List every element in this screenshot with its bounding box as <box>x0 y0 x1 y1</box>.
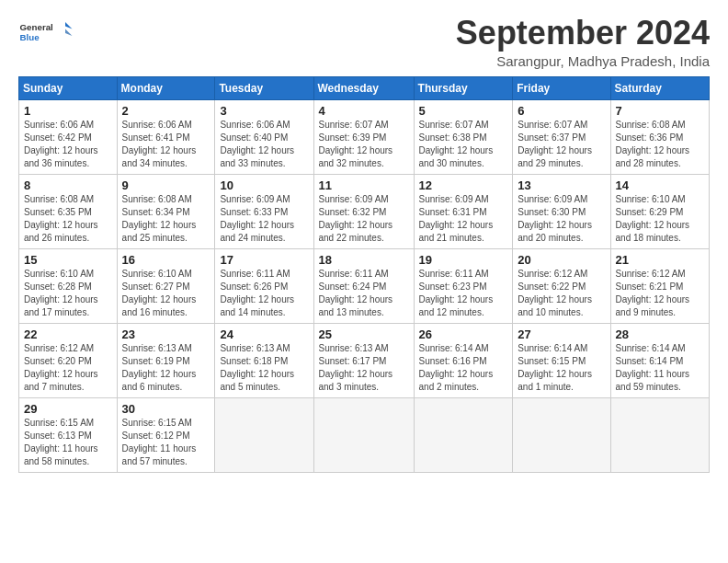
col-wednesday: Wednesday <box>313 76 414 99</box>
day-info: Sunrise: 6:10 AM Sunset: 6:27 PM Dayligh… <box>122 268 211 319</box>
table-row: 8 Sunrise: 6:08 AM Sunset: 6:35 PM Dayli… <box>19 174 118 248</box>
day-number: 1 <box>24 104 113 118</box>
svg-marker-3 <box>65 29 73 37</box>
table-row: 12 Sunrise: 6:09 AM Sunset: 6:31 PM Dayl… <box>414 174 513 248</box>
day-number: 11 <box>319 178 410 192</box>
day-info: Sunrise: 6:07 AM Sunset: 6:38 PM Dayligh… <box>419 119 509 170</box>
table-row: 4 Sunrise: 6:07 AM Sunset: 6:39 PM Dayli… <box>313 99 414 174</box>
svg-marker-2 <box>65 22 73 29</box>
table-row: 28 Sunrise: 6:14 AM Sunset: 6:14 PM Dayl… <box>610 323 709 397</box>
day-number: 13 <box>518 178 606 192</box>
calendar-table: Sunday Monday Tuesday Wednesday Thursday… <box>18 76 710 473</box>
day-number: 27 <box>518 327 606 341</box>
table-row: 10 Sunrise: 6:09 AM Sunset: 6:33 PM Dayl… <box>215 174 313 248</box>
table-row: 13 Sunrise: 6:09 AM Sunset: 6:30 PM Dayl… <box>513 174 610 248</box>
day-number: 8 <box>24 178 113 192</box>
table-row: 27 Sunrise: 6:14 AM Sunset: 6:15 PM Dayl… <box>513 323 610 397</box>
table-row <box>610 397 709 472</box>
day-info: Sunrise: 6:14 AM Sunset: 6:15 PM Dayligh… <box>518 342 606 394</box>
day-info: Sunrise: 6:09 AM Sunset: 6:30 PM Dayligh… <box>518 193 606 245</box>
day-number: 24 <box>220 327 309 341</box>
day-number: 7 <box>616 104 705 118</box>
table-row: 30 Sunrise: 6:15 AM Sunset: 6:12 PM Dayl… <box>117 397 215 472</box>
day-number: 26 <box>419 327 509 341</box>
day-number: 14 <box>616 178 705 192</box>
day-number: 21 <box>616 253 705 267</box>
day-info: Sunrise: 6:12 AM Sunset: 6:21 PM Dayligh… <box>616 268 705 319</box>
day-number: 10 <box>220 178 309 192</box>
day-info: Sunrise: 6:06 AM Sunset: 6:42 PM Dayligh… <box>24 119 113 170</box>
day-info: Sunrise: 6:08 AM Sunset: 6:36 PM Dayligh… <box>616 119 705 170</box>
day-info: Sunrise: 6:11 AM Sunset: 6:23 PM Dayligh… <box>419 268 509 319</box>
header-row: Sunday Monday Tuesday Wednesday Thursday… <box>19 76 710 99</box>
day-number: 17 <box>220 253 309 267</box>
day-info: Sunrise: 6:11 AM Sunset: 6:26 PM Dayligh… <box>220 268 309 319</box>
day-number: 23 <box>122 327 211 341</box>
header: General Blue September 2024 Sarangpur, M… <box>18 15 710 69</box>
day-number: 15 <box>24 253 113 267</box>
col-monday: Monday <box>117 76 215 99</box>
day-info: Sunrise: 6:13 AM Sunset: 6:19 PM Dayligh… <box>122 342 211 394</box>
table-row: 11 Sunrise: 6:09 AM Sunset: 6:32 PM Dayl… <box>313 174 414 248</box>
day-info: Sunrise: 6:12 AM Sunset: 6:22 PM Dayligh… <box>518 268 606 319</box>
day-info: Sunrise: 6:13 AM Sunset: 6:17 PM Dayligh… <box>319 342 410 394</box>
table-row: 22 Sunrise: 6:12 AM Sunset: 6:20 PM Dayl… <box>19 323 118 397</box>
day-number: 20 <box>518 253 606 267</box>
week-row-2: 8 Sunrise: 6:08 AM Sunset: 6:35 PM Dayli… <box>19 174 710 248</box>
day-info: Sunrise: 6:07 AM Sunset: 6:39 PM Dayligh… <box>319 119 410 170</box>
table-row: 26 Sunrise: 6:14 AM Sunset: 6:16 PM Dayl… <box>414 323 513 397</box>
day-info: Sunrise: 6:07 AM Sunset: 6:37 PM Dayligh… <box>518 119 606 170</box>
day-info: Sunrise: 6:09 AM Sunset: 6:31 PM Dayligh… <box>419 193 509 245</box>
day-info: Sunrise: 6:06 AM Sunset: 6:41 PM Dayligh… <box>122 119 211 170</box>
day-info: Sunrise: 6:08 AM Sunset: 6:35 PM Dayligh… <box>24 193 113 245</box>
table-row <box>513 397 610 472</box>
table-row: 1 Sunrise: 6:06 AM Sunset: 6:42 PM Dayli… <box>19 99 118 174</box>
table-row: 24 Sunrise: 6:13 AM Sunset: 6:18 PM Dayl… <box>215 323 313 397</box>
svg-text:General: General <box>20 22 54 32</box>
col-tuesday: Tuesday <box>215 76 313 99</box>
col-thursday: Thursday <box>414 76 513 99</box>
table-row: 21 Sunrise: 6:12 AM Sunset: 6:21 PM Dayl… <box>610 248 709 323</box>
page: General Blue September 2024 Sarangpur, M… <box>0 0 728 482</box>
week-row-4: 22 Sunrise: 6:12 AM Sunset: 6:20 PM Dayl… <box>19 323 710 397</box>
day-number: 29 <box>24 402 113 416</box>
table-row: 5 Sunrise: 6:07 AM Sunset: 6:38 PM Dayli… <box>414 99 513 174</box>
week-row-3: 15 Sunrise: 6:10 AM Sunset: 6:28 PM Dayl… <box>19 248 710 323</box>
table-row: 7 Sunrise: 6:08 AM Sunset: 6:36 PM Dayli… <box>610 99 709 174</box>
table-row: 25 Sunrise: 6:13 AM Sunset: 6:17 PM Dayl… <box>313 323 414 397</box>
day-number: 28 <box>616 327 705 341</box>
table-row: 17 Sunrise: 6:11 AM Sunset: 6:26 PM Dayl… <box>215 248 313 323</box>
day-number: 22 <box>24 327 113 341</box>
day-number: 9 <box>122 178 211 192</box>
day-info: Sunrise: 6:09 AM Sunset: 6:32 PM Dayligh… <box>319 193 410 245</box>
day-number: 16 <box>122 253 211 267</box>
table-row: 20 Sunrise: 6:12 AM Sunset: 6:22 PM Dayl… <box>513 248 610 323</box>
table-row: 19 Sunrise: 6:11 AM Sunset: 6:23 PM Dayl… <box>414 248 513 323</box>
table-row <box>215 397 313 472</box>
day-info: Sunrise: 6:11 AM Sunset: 6:24 PM Dayligh… <box>319 268 410 319</box>
day-number: 12 <box>419 178 509 192</box>
day-info: Sunrise: 6:13 AM Sunset: 6:18 PM Dayligh… <box>220 342 309 394</box>
day-number: 19 <box>419 253 509 267</box>
day-number: 25 <box>319 327 410 341</box>
day-info: Sunrise: 6:14 AM Sunset: 6:14 PM Dayligh… <box>616 342 705 394</box>
day-number: 30 <box>122 402 211 416</box>
table-row: 14 Sunrise: 6:10 AM Sunset: 6:29 PM Dayl… <box>610 174 709 248</box>
day-info: Sunrise: 6:10 AM Sunset: 6:28 PM Dayligh… <box>24 268 113 319</box>
table-row <box>414 397 513 472</box>
day-number: 6 <box>518 104 606 118</box>
svg-text:Blue: Blue <box>20 32 40 42</box>
logo: General Blue <box>18 15 74 52</box>
day-number: 5 <box>419 104 509 118</box>
table-row: 15 Sunrise: 6:10 AM Sunset: 6:28 PM Dayl… <box>19 248 118 323</box>
table-row <box>313 397 414 472</box>
day-info: Sunrise: 6:15 AM Sunset: 6:12 PM Dayligh… <box>122 417 211 468</box>
day-number: 3 <box>220 104 309 118</box>
day-info: Sunrise: 6:14 AM Sunset: 6:16 PM Dayligh… <box>419 342 509 394</box>
title-block: September 2024 Sarangpur, Madhya Pradesh… <box>456 15 710 69</box>
location-subtitle: Sarangpur, Madhya Pradesh, India <box>456 53 710 69</box>
month-title: September 2024 <box>456 15 710 52</box>
day-number: 4 <box>319 104 410 118</box>
table-row: 29 Sunrise: 6:15 AM Sunset: 6:13 PM Dayl… <box>19 397 118 472</box>
day-info: Sunrise: 6:06 AM Sunset: 6:40 PM Dayligh… <box>220 119 309 170</box>
